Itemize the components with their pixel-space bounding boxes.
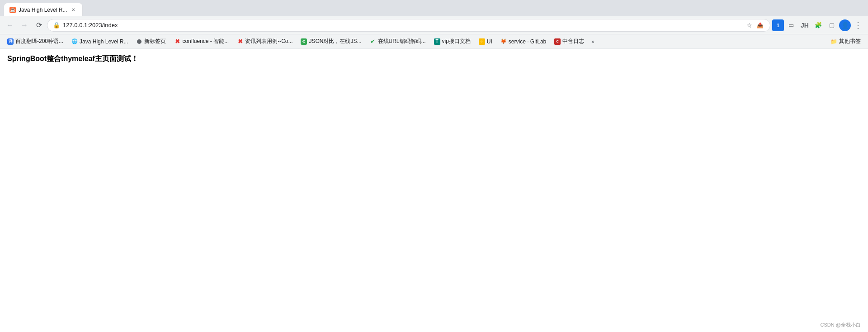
bookmark-favicon-csdn: C [554, 38, 561, 45]
bookmark-label-confluence2: 资讯列表用例--Co... [245, 38, 292, 45]
bookmark-favicon-baidu: 译 [7, 38, 14, 45]
bookmark-service[interactable]: 🦊 service · GitLab [497, 36, 550, 47]
back-button[interactable]: ← [4, 19, 16, 32]
nav-right-icons: 1 ▭ JH 🧩 ▢ 👤 ⋮ [772, 19, 864, 32]
address-bar[interactable]: 🔒 127.0.0.1:2023/index ☆ 📤 [47, 19, 770, 32]
bookmark-label-confluence: confluence - 智能... [182, 38, 229, 45]
bookmarks-more-button[interactable]: » [589, 36, 597, 47]
bookmark-vip[interactable]: T vip接口文档 [430, 36, 474, 47]
bookmark-favicon-vip: T [434, 38, 440, 45]
bookmark-ui[interactable]: ⚡ UI [475, 36, 496, 47]
chrome-tab-search-icon[interactable]: 1 [772, 19, 784, 31]
bookmarks-folder-label: 其他书签 [839, 38, 861, 45]
profile-avatar[interactable]: 👤 [839, 19, 851, 31]
bookmark-label-json: JSON对比，在线JS... [309, 38, 361, 45]
nav-bar: ← → ⟳ 🔒 127.0.0.1:2023/index ☆ 📤 1 ▭ JH … [0, 16, 868, 34]
bookmark-confluence2[interactable]: ✖ 资讯列表用例--Co... [233, 36, 296, 47]
window-icon[interactable]: ▢ [826, 19, 838, 32]
bookmark-favicon-confluence: ✖ [174, 38, 180, 45]
bookmarks-folder-other[interactable]: 📁 其他书签 [827, 36, 864, 47]
bookmark-favicon-service: 🦊 [500, 38, 507, 45]
page-attribution: CSDN @全栈小白 [821, 322, 861, 328]
bookmark-star-icon[interactable]: ☆ [745, 21, 754, 30]
browser-window: ☕ Java High Level R... ✕ ← → ⟳ 🔒 127.0.0… [0, 0, 868, 332]
refresh-button[interactable]: ⟳ [33, 19, 45, 32]
tab-bar: ☕ Java High Level R... ✕ [0, 0, 868, 16]
bookmark-favicon-url: ✔ [370, 38, 376, 45]
forward-button[interactable]: → [18, 19, 31, 32]
extension-icon-1[interactable]: ▭ [785, 19, 797, 32]
tab-favicon: ☕ [9, 7, 16, 13]
active-tab[interactable]: ☕ Java High Level R... ✕ [4, 3, 83, 16]
bookmark-label-baidu: 百度翻译-200种语... [15, 38, 63, 45]
bookmark-favicon-json: ⚙ [301, 38, 307, 45]
bookmark-label-url: 在线URL编码解码... [378, 38, 426, 45]
bookmark-baidu[interactable]: 译 百度翻译-200种语... [4, 36, 67, 47]
bookmark-url[interactable]: ✔ 在线URL编码解码... [366, 36, 429, 47]
bookmark-label-newtab: 新标签页 [144, 38, 166, 45]
bookmark-favicon-ui: ⚡ [479, 38, 485, 45]
extensions-icon[interactable]: 🧩 [812, 19, 825, 32]
page-content: SpringBoot整合thymeleaf主页面测试！ [0, 49, 868, 332]
chrome-profiles-icon[interactable]: JH [798, 19, 811, 32]
bookmark-newtab[interactable]: 新标签页 [132, 36, 170, 47]
bookmark-label-csdn: 中台日志 [562, 38, 584, 45]
address-text: 127.0.0.1:2023/index [63, 22, 742, 28]
bookmark-favicon-java: 🌐 [71, 38, 78, 45]
folder-icon: 📁 [830, 38, 837, 45]
lock-icon: 🔒 [53, 22, 60, 28]
dot-favicon [137, 39, 142, 44]
bookmark-json[interactable]: ⚙ JSON对比，在线JS... [297, 36, 365, 47]
bookmarks-bar: 译 百度翻译-200种语... 🌐 Java High Level R... 新… [0, 34, 868, 49]
chrome-menu-icon[interactable]: ⋮ [852, 19, 864, 32]
tab-close-button[interactable]: ✕ [70, 6, 77, 14]
bookmark-favicon-newtab [136, 38, 142, 45]
bookmark-java[interactable]: 🌐 Java High Level R... [68, 36, 132, 47]
bookmark-confluence[interactable]: ✖ confluence - 智能... [170, 36, 232, 47]
cast-icon[interactable]: 📤 [755, 21, 764, 30]
tab-label: Java High Level R... [19, 7, 67, 13]
bookmark-label-java: Java High Level R... [80, 38, 128, 45]
page-heading: SpringBoot整合thymeleaf主页面测试！ [7, 54, 861, 64]
bookmark-label-service: service · GitLab [509, 38, 546, 45]
bookmark-csdn[interactable]: C 中台日志 [551, 36, 588, 47]
bookmark-favicon-confluence2: ✖ [237, 38, 243, 45]
bookmark-label-vip: vip接口文档 [442, 38, 471, 45]
bookmark-label-ui: UI [487, 38, 492, 45]
address-icons: ☆ 📤 [745, 21, 764, 30]
